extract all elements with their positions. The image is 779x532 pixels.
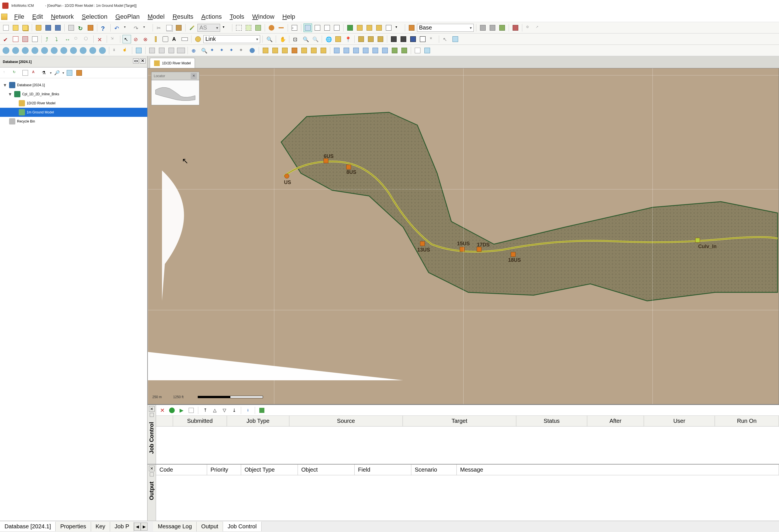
out-col-object[interactable]: Object [298, 465, 355, 475]
tab-key[interactable]: Key [91, 522, 110, 531]
db-list-icon[interactable] [21, 69, 29, 77]
tree-recycle-bin[interactable]: Recycle Bin [0, 117, 147, 126]
db-net-tree-icon[interactable] [75, 69, 83, 77]
trace-net-icon[interactable]: ⬡ [73, 35, 81, 44]
out-col-scenario[interactable]: Scenario [411, 465, 457, 475]
object-type-combo[interactable]: Link [203, 35, 260, 43]
scenario-icon[interactable] [407, 23, 416, 32]
map-h-icon[interactable] [400, 46, 409, 55]
nav-e-icon[interactable] [248, 46, 256, 55]
map-d-icon[interactable] [361, 46, 370, 55]
menu-actions[interactable]: Actions [197, 12, 226, 21]
select-layer-icon[interactable] [254, 23, 262, 32]
globe-icon[interactable]: 🌐 [324, 35, 333, 44]
tools-b-icon[interactable] [488, 23, 497, 32]
db-back-icon[interactable]: ↑ [2, 69, 10, 77]
layers-icon[interactable] [375, 23, 383, 32]
link-edit-icon[interactable] [277, 23, 285, 32]
scenario-combo[interactable]: Base [417, 24, 474, 32]
tools-f-icon[interactable]: ↗ [534, 23, 543, 32]
out-col-code[interactable]: Code [156, 465, 207, 475]
obj-c-icon[interactable] [281, 46, 289, 55]
obj-d-icon[interactable] [290, 46, 299, 55]
export-icon[interactable] [365, 23, 374, 32]
print-icon[interactable] [67, 23, 75, 32]
panel-close-icon[interactable]: ✕ [149, 406, 155, 412]
theme-a-icon[interactable] [390, 35, 398, 44]
align-right-icon[interactable] [167, 46, 176, 55]
jc-col-target[interactable]: Target [403, 416, 516, 426]
jc-play-icon[interactable]: ▶ [178, 406, 185, 414]
out-col-message[interactable]: Message [457, 465, 779, 475]
time-hand-icon[interactable]: ☝ [121, 46, 130, 55]
validate-ok-icon[interactable]: ✔ [2, 35, 10, 44]
zoom-sel-icon[interactable]: 🔍 [200, 46, 208, 55]
obj-b-icon[interactable] [271, 46, 280, 55]
copy-icon[interactable] [165, 23, 173, 32]
locator-body[interactable] [151, 80, 199, 105]
select-invert-icon[interactable]: ⊗ [142, 35, 151, 44]
help-icon[interactable]: ? [100, 23, 108, 32]
tab-scroll-left-icon[interactable]: ◀ [134, 523, 141, 531]
jc-col-submitted[interactable]: Submitted [173, 416, 227, 426]
menu-edit[interactable]: Edit [28, 12, 47, 21]
jc-col-jobtype[interactable]: Job Type [227, 416, 289, 426]
select-clear-icon[interactable]: ⊘ [132, 35, 141, 44]
trace-down-icon[interactable]: ⤵ [54, 35, 62, 44]
jc-corner[interactable] [156, 416, 173, 426]
paste-icon[interactable] [174, 23, 183, 32]
mesh-icon[interactable] [355, 23, 364, 32]
area-icon[interactable] [161, 35, 170, 44]
jc-bottom-icon[interactable]: ⤓ [230, 406, 238, 414]
tree-root[interactable]: ▾ Database [2024.1] [0, 80, 147, 89]
map-g-icon[interactable] [391, 46, 399, 55]
play-loop-icon[interactable] [79, 46, 87, 55]
tab-job-control[interactable]: Job Control [223, 522, 261, 531]
tools-d-icon[interactable] [511, 23, 520, 32]
zoom-window-icon[interactable]: ⊡ [292, 35, 300, 44]
nav-c-icon[interactable]: ◈ [229, 46, 237, 55]
obj-a-icon[interactable] [261, 46, 270, 55]
redo-icon[interactable]: ↷ [132, 23, 141, 32]
bookmark-icon[interactable] [334, 35, 343, 44]
tree-network[interactable]: 1D/2D River Model [0, 99, 147, 108]
db-find-icon[interactable]: 🔎 [53, 69, 61, 77]
panel-pin-icon[interactable] [150, 413, 154, 417]
panel-pin-icon[interactable] [150, 472, 154, 476]
validate-grid-icon[interactable] [21, 35, 29, 44]
obj-f-icon[interactable] [309, 46, 318, 55]
out-col-priority[interactable]: Priority [207, 465, 241, 475]
jc-cancel-icon[interactable]: ✕ [158, 406, 166, 414]
table-dropdown-icon[interactable]: ▾ [394, 23, 403, 32]
cancel-icon[interactable]: ✕ [96, 35, 104, 44]
table-icon[interactable] [384, 23, 393, 32]
open-icon[interactable] [34, 23, 43, 32]
group-icon[interactable] [11, 23, 20, 32]
tab-job-progress[interactable]: Job P [110, 522, 134, 531]
nav-a-icon[interactable]: ◈ [209, 46, 218, 55]
locator-close-icon[interactable]: ✕ [191, 73, 197, 79]
menu-selection[interactable]: Selection [78, 12, 112, 21]
target-icon[interactable]: ⊕ [190, 46, 198, 55]
jc-col-runon[interactable]: Run On [715, 416, 779, 426]
align-left-icon[interactable] [148, 46, 156, 55]
tab-database[interactable]: Database [2024.1] [0, 522, 56, 531]
jc-col-source[interactable]: Source [289, 416, 403, 426]
find-icon[interactable]: 🔍 [265, 35, 274, 44]
trace-up-icon[interactable]: ⤴ [44, 35, 53, 44]
jc-run-icon[interactable] [168, 406, 176, 414]
save-as-icon[interactable] [54, 23, 62, 32]
play-next-icon[interactable] [60, 46, 68, 55]
mesh-view-a-icon[interactable] [357, 35, 365, 44]
theme-c-icon[interactable] [409, 35, 417, 44]
play-step-fwd-icon[interactable] [50, 46, 58, 55]
run-sim-icon[interactable] [346, 23, 354, 32]
play-play-icon[interactable] [40, 46, 49, 55]
jc-col-status[interactable]: Status [516, 416, 587, 426]
jc-window-icon[interactable] [187, 406, 195, 414]
map-a-icon[interactable] [333, 46, 341, 55]
measure-icon[interactable] [152, 35, 160, 44]
new-icon[interactable] [2, 23, 10, 32]
network-add-icon[interactable] [86, 23, 95, 32]
play-step-back-icon[interactable] [21, 46, 29, 55]
